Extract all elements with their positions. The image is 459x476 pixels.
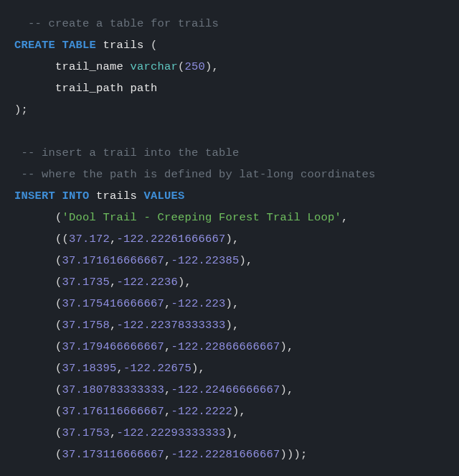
token-punct: [14, 168, 22, 181]
token-punct: [14, 82, 55, 95]
token-number: 37.1753: [62, 426, 110, 439]
token-number: -122.22466666667: [171, 383, 280, 396]
token-punct: ),: [191, 362, 205, 375]
token-punct: ),: [232, 405, 246, 418]
token-punct: ,: [164, 297, 171, 310]
token-func: varchar: [131, 60, 179, 73]
token-string: 'Dool Trail - Creeping Forest Trail Loop…: [62, 211, 342, 224]
token-punct: ,: [341, 211, 349, 224]
token-number: -122.22281666667: [171, 448, 280, 461]
token-number: 37.176116666667: [62, 405, 165, 418]
token-punct: [90, 190, 97, 202]
token-number: 37.180783333333: [62, 383, 165, 396]
token-punct: [14, 17, 28, 30]
token-punct: (: [14, 297, 62, 310]
token-number: -122.22866666667: [171, 340, 280, 353]
token-punct: (: [14, 383, 62, 396]
token-punct: ,: [164, 405, 171, 418]
token-number: -122.22261666667: [117, 233, 226, 246]
token-number: 37.175416666667: [62, 297, 165, 310]
token-punct: );: [14, 103, 28, 116]
token-ident: trail_name: [55, 60, 123, 73]
token-number: -122.22675: [123, 362, 191, 375]
token-punct: [96, 39, 103, 52]
token-punct: ),: [240, 254, 253, 267]
token-punct: ,: [117, 362, 124, 375]
token-comment: -- insert a trail into the table: [22, 146, 240, 159]
token-punct: (: [14, 405, 62, 418]
token-number: 37.171616666667: [62, 254, 165, 267]
token-punct: (: [144, 39, 158, 52]
token-punct: (: [14, 276, 62, 289]
token-punct: [123, 82, 131, 95]
token-number: 37.1735: [62, 276, 110, 289]
token-punct: (: [14, 426, 62, 439]
token-punct: ),: [205, 60, 219, 73]
token-punct: [123, 60, 131, 73]
token-punct: [14, 125, 22, 138]
token-number: 37.173116666667: [62, 448, 165, 461]
token-number: -122.22385: [171, 254, 240, 267]
token-ident: path: [131, 82, 158, 95]
token-punct: ,: [110, 233, 117, 246]
token-punct: ),: [226, 297, 240, 310]
token-punct: )));: [280, 448, 308, 461]
token-punct: ),: [226, 319, 240, 332]
token-ident: trails: [96, 190, 137, 202]
token-punct: (: [14, 362, 62, 375]
token-number: 250: [185, 60, 206, 73]
token-punct: ),: [226, 426, 240, 439]
token-number: -122.22378333333: [117, 319, 226, 332]
token-punct: (: [14, 211, 62, 224]
token-punct: ),: [226, 233, 240, 246]
token-punct: ,: [164, 383, 171, 396]
token-punct: ,: [164, 254, 171, 267]
token-number: -122.2222: [171, 405, 233, 418]
token-punct: [137, 190, 144, 202]
token-punct: ),: [280, 340, 294, 353]
token-punct: (: [14, 448, 62, 461]
token-keyword: CREATE TABLE: [14, 39, 96, 52]
token-punct: ,: [110, 426, 117, 439]
token-punct: (: [14, 340, 62, 353]
token-comment: -- create a table for trails: [28, 17, 219, 30]
token-keyword: VALUES: [144, 190, 185, 202]
token-punct: ,: [164, 448, 171, 461]
token-punct: ((: [14, 233, 69, 246]
code-block: -- create a table for trails CREATE TABL…: [0, 0, 459, 476]
token-ident: trails: [103, 39, 144, 52]
token-number: 37.18395: [62, 362, 117, 375]
token-punct: (: [178, 60, 185, 73]
token-ident: trail_path: [55, 82, 123, 95]
token-number: -122.22293333333: [117, 426, 226, 439]
token-keyword: INSERT INTO: [14, 190, 90, 202]
token-punct: ),: [280, 383, 294, 396]
token-comment: -- where the path is defined by lat-long…: [22, 168, 376, 181]
token-punct: [14, 60, 55, 73]
token-number: 37.1758: [62, 319, 110, 332]
token-number: -122.223: [171, 297, 226, 310]
token-number: -122.2236: [117, 276, 179, 289]
token-punct: (: [14, 319, 62, 332]
token-punct: [14, 146, 22, 159]
token-punct: ,: [164, 340, 171, 353]
token-punct: ,: [110, 276, 117, 289]
token-punct: (: [14, 254, 62, 267]
token-punct: ,: [110, 319, 117, 332]
token-number: 37.179466666667: [62, 340, 165, 353]
token-punct: ),: [178, 276, 191, 289]
token-number: 37.172: [69, 233, 110, 246]
